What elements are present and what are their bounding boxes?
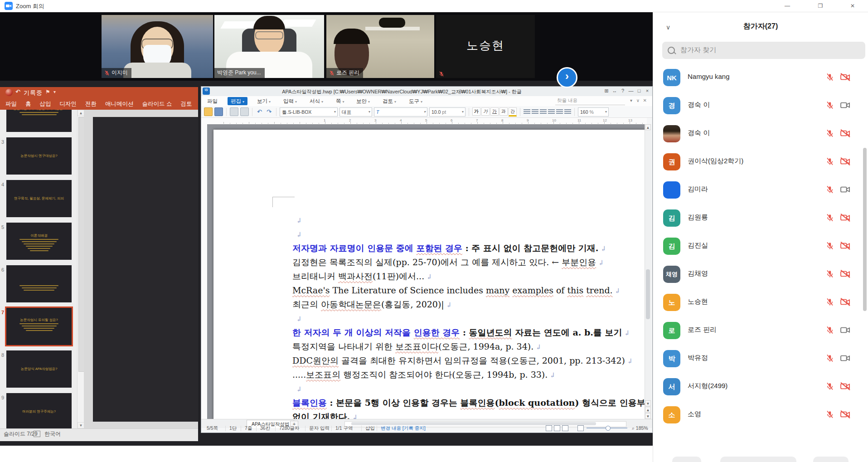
italic-button[interactable]: 가 <box>481 107 490 116</box>
ribbon-tab-3[interactable]: 디자인 <box>60 100 77 108</box>
menu-파일[interactable]: 파일 <box>204 97 221 105</box>
video-tile-2-active-speaker[interactable]: 박영준 Park you... <box>214 15 324 78</box>
participant-search-box[interactable]: 참가자 찾기 <box>662 42 865 59</box>
ribbon-tab-5[interactable]: 애니메이션 <box>105 100 134 108</box>
scrollbar-thumb[interactable] <box>351 422 596 425</box>
align-right-icon[interactable] <box>548 109 555 115</box>
style-combo[interactable]: 틀.S-LIB-BOX▾ <box>280 107 338 117</box>
thumbnail-view-icon[interactable] <box>577 425 584 431</box>
next-page-button[interactable]: ▼ <box>645 413 651 419</box>
zoom-slider[interactable] <box>587 428 627 428</box>
font-combo[interactable]: T▾ <box>374 107 427 117</box>
slide-thumbnail-selected[interactable]: 논문작성시 유의할 점은? <box>6 308 72 345</box>
ribbon-tab-6[interactable]: 슬라이드 쇼 <box>142 100 172 108</box>
current-slide-canvas[interactable] <box>93 117 198 422</box>
save-icon[interactable] <box>214 107 223 116</box>
ribbon-tab-2[interactable]: 삽입 <box>40 100 51 108</box>
participant-row[interactable]: 소소영 <box>653 401 862 429</box>
video-tile-1[interactable]: 이지미 <box>102 15 213 78</box>
open-folder-icon[interactable] <box>204 107 213 116</box>
next-page-videos-button[interactable]: › <box>557 67 577 88</box>
slide-thumbnail[interactable]: 논문작성시 연구대상은? <box>6 137 72 175</box>
preview-icon[interactable] <box>240 107 249 116</box>
document-page[interactable]: ↲↲저자명과 자료명이 인용문 중에 포함된 경우 : 주 표시 없이 참고문헌… <box>213 130 646 419</box>
hwp-maximize-button[interactable]: □ <box>635 88 643 93</box>
participant-row[interactable]: 경경숙 이 <box>653 92 862 120</box>
bold-button[interactable]: 가 <box>472 107 480 116</box>
find-next-icon[interactable]: ∨ <box>636 98 640 103</box>
slide-thumbnail[interactable] <box>6 265 72 302</box>
fullscreen-icon[interactable]: ⊞ <box>602 88 611 94</box>
participant-row[interactable]: NKNamgyu kang <box>653 63 862 92</box>
slide-thumbnail[interactable]: 여러분의 연구주제는? <box>6 393 72 428</box>
hwp-close-button[interactable]: × <box>643 88 651 93</box>
underline-button[interactable]: 가 <box>490 107 499 116</box>
slide-thumbnail[interactable]: 이론적배경 <box>6 223 72 260</box>
close-button[interactable]: ✕ <box>846 1 859 10</box>
slide-thumbnail[interactable]: 논문양식 APA작성법은? <box>6 350 72 388</box>
raise-hand-button[interactable]: 손들기 <box>813 457 849 462</box>
slide-thumbnail[interactable]: 논문작성시 주제선정의 어려움은? <box>6 110 72 132</box>
scroll-down-arrow[interactable]: ▼ <box>645 400 651 406</box>
participant-row[interactable]: 채영김채영 <box>653 260 862 288</box>
scroll-up-arrow[interactable]: ▲ <box>78 110 84 116</box>
notes-icon[interactable] <box>34 431 40 437</box>
language-status[interactable]: 한국어 <box>44 430 61 438</box>
help-icon[interactable]: ? <box>619 88 627 93</box>
participant-row[interactable]: 김김원룡 <box>653 204 862 232</box>
hwp-minimize-button[interactable]: — <box>627 88 635 93</box>
line-spacing-combo[interactable]: 160 %▾ <box>578 107 609 117</box>
menu-입력[interactable]: 입력▾ <box>280 97 300 105</box>
menu-도구[interactable]: 도구▾ <box>406 97 426 105</box>
video-tile-4-no-video[interactable]: 노승현 <box>436 15 535 78</box>
unmute-me-button[interactable]: 나만 음소거 해제 <box>720 457 796 462</box>
menu-서식[interactable]: 서식▾ <box>306 97 326 105</box>
scrollbar-thumb[interactable] <box>646 269 650 319</box>
video-tile-3[interactable]: 로즈 핀리 <box>326 15 434 78</box>
highlight-color-button[interactable]: 간 <box>509 107 517 117</box>
menu-보기[interactable]: 보기▾ <box>254 97 274 105</box>
print-icon[interactable] <box>230 107 238 116</box>
participant-row[interactable]: 경숙 이 <box>653 120 862 148</box>
zoom-slider-knob[interactable] <box>606 426 611 431</box>
ribbon-tab-4[interactable]: 전환 <box>85 100 97 108</box>
slide-thumbnail[interactable]: 연구목적, 필요성, 문제제기, 의의 <box>6 180 72 217</box>
maximize-button[interactable]: ❐ <box>814 1 827 10</box>
align-left-icon[interactable] <box>532 109 538 115</box>
char-color-button[interactable]: 과 <box>499 107 508 116</box>
align-justify-icon[interactable] <box>524 109 530 115</box>
find-close-icon[interactable]: ✕ <box>643 98 647 103</box>
ribbon-tab-7[interactable]: 검토 <box>180 100 192 108</box>
ribbon-tab-1[interactable]: 홈 <box>25 100 31 108</box>
switch-icon[interactable]: ↔ <box>611 88 619 93</box>
participant-row[interactable]: 노노승현 <box>653 288 862 316</box>
font-size-combo[interactable]: 10.0 pt▾ <box>429 107 466 117</box>
undo-icon[interactable]: ↶ <box>256 108 263 116</box>
participant-row[interactable]: 로로즈 핀리 <box>653 316 862 345</box>
ribbon-tab-file[interactable]: 파일 <box>5 100 17 108</box>
minimize-button[interactable]: — <box>781 1 794 10</box>
page-view-icon[interactable] <box>546 425 552 431</box>
two-page-view-icon[interactable] <box>554 425 560 431</box>
chevron-down-icon[interactable]: ▾ <box>53 89 56 94</box>
scroll-up-arrow[interactable]: ▲ <box>645 124 651 130</box>
vertical-scrollbar[interactable]: ▲ ▼ ▲ ▼ <box>645 124 651 419</box>
align-split-icon[interactable] <box>564 109 571 115</box>
participant-row[interactable]: 김김진실 <box>653 232 862 260</box>
align-center-icon[interactable] <box>540 109 547 115</box>
participant-row[interactable]: 권권이삭(임상2학기) <box>653 148 862 176</box>
menu-편집[interactable]: 편집▾ <box>228 97 247 105</box>
align-distribute-icon[interactable] <box>556 109 563 115</box>
menu-쪽[interactable]: 쪽▾ <box>333 97 348 105</box>
find-input[interactable]: 찾을 내용 <box>555 97 625 105</box>
participant-row[interactable]: 박박유정 <box>653 345 862 373</box>
participant-row[interactable]: 서서지형(2499) <box>653 373 862 401</box>
participant-row[interactable]: 김미라 <box>653 176 862 204</box>
menu-보안[interactable]: 보안▾ <box>353 97 373 105</box>
participants-scrollbar[interactable] <box>863 148 867 311</box>
invite-button[interactable]: 초대 <box>672 457 701 462</box>
thumbnail-scrollbar[interactable]: ▲ ▼ <box>77 110 84 428</box>
full-view-icon[interactable] <box>562 425 568 431</box>
prev-page-button[interactable]: ▲ <box>645 407 651 413</box>
style-type-combo[interactable]: 대표▾ <box>339 107 372 117</box>
